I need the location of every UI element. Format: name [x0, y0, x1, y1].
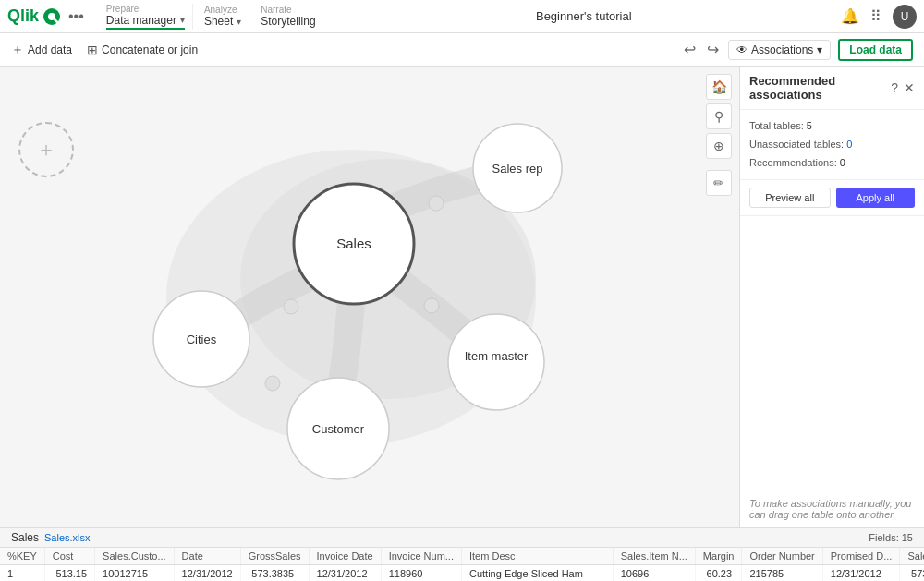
svg-text:Customer: Customer [312, 422, 365, 436]
table-cell: 1 [0, 565, 44, 582]
canvas-search-button[interactable]: ⚲ [706, 103, 732, 129]
plus-icon: ＋ [11, 42, 24, 58]
svg-point-7 [424, 298, 439, 313]
undo-button[interactable]: ↩ [682, 39, 698, 60]
prepare-sub: Data manager [106, 14, 176, 27]
table-body: 1-513.151001271512/31/2012-573.383512/31… [0, 565, 924, 582]
canvas-zoom-button[interactable]: ⊕ [706, 133, 732, 159]
table-cell: 12/31/2012 [309, 565, 381, 582]
qlik-logo-icon [43, 7, 61, 26]
file-name-label: Sales.xlsx [44, 532, 91, 543]
prepare-arrow: ▾ [180, 15, 185, 25]
narrate-value[interactable]: Storytelling [261, 15, 315, 28]
column-header: %KEY [0, 548, 44, 565]
column-header: GrossSales [240, 548, 309, 565]
panel-note: To make associations manually, you can d… [740, 490, 924, 527]
panel-icons: ? ✕ [891, 80, 915, 95]
analyze-section[interactable]: Analyze Sheet ▾ [197, 5, 249, 28]
svg-text:Sales rep: Sales rep [492, 162, 543, 176]
panel-header: Recommended associations ? ✕ [740, 67, 924, 110]
unassociated-value: 0 [846, 139, 852, 150]
topbar-menu-dots[interactable]: ••• [68, 8, 84, 25]
apply-all-button[interactable]: Apply all [836, 188, 916, 208]
table-cell: -573.38 [900, 565, 924, 582]
table-cell: Cutting Edge Sliced Ham [461, 565, 613, 582]
recommendations-label: Recommendations: [749, 157, 837, 168]
narrate-section[interactable]: Narrate Storytelling [253, 5, 322, 28]
narrate-sub: Storytelling [261, 15, 315, 28]
eye-icon: 👁 [736, 43, 748, 56]
panel-close-icon[interactable]: ✕ [904, 80, 915, 95]
column-header: Sales.Item N... [613, 548, 695, 565]
canvas-brush-button[interactable]: ✏ [706, 170, 732, 196]
grid-icon[interactable]: ⠿ [870, 7, 881, 25]
topbar: Qlik ••• Prepare Data manager ▾ Analyze … [0, 0, 924, 33]
table-cell: 10696 [613, 565, 695, 582]
analyze-label: Analyze [204, 5, 241, 15]
table-row: 1-513.151001271512/31/2012-573.383512/31… [0, 565, 924, 582]
table-cell: -60.23 [695, 565, 742, 582]
concatenate-join-button[interactable]: ⊞ Concatenate or join [87, 42, 198, 57]
table-cell: -513.15 [44, 565, 94, 582]
column-header: Item Desc [461, 548, 613, 565]
app-title: Beginner's tutorial [327, 9, 841, 23]
panel-help-icon[interactable]: ? [891, 80, 898, 95]
panel-title: Recommended associations [749, 74, 891, 102]
user-avatar[interactable]: U [893, 5, 917, 29]
join-icon: ⊞ [87, 42, 98, 57]
panel-stats: Total tables: 5 Unassociated tables: 0 R… [740, 110, 924, 180]
canvas-toolbar: 🏠 ⚲ ⊕ ✏ [706, 74, 732, 196]
column-header: Invoice Date [309, 548, 381, 565]
table-cell: 12/31/2012 [822, 565, 900, 582]
analyze-arrow: ▾ [237, 17, 241, 27]
column-header: Margin [695, 548, 742, 565]
notification-icon[interactable]: 🔔 [841, 7, 859, 25]
prepare-value[interactable]: Data manager ▾ [106, 14, 185, 27]
column-header: Order Number [742, 548, 822, 565]
add-data-button[interactable]: ＋ Add data [11, 42, 72, 58]
table-cell: 10012715 [95, 565, 174, 582]
add-table-button[interactable]: ＋ [18, 122, 74, 177]
column-header: Promised D... [822, 548, 900, 565]
table-header: %KEYCostSales.Custo...DateGrossSalesInvo… [0, 548, 924, 565]
column-header: Cost [44, 548, 94, 565]
redo-button[interactable]: ↪ [705, 39, 721, 60]
prepare-underline [106, 28, 185, 30]
column-header: Sales.Custo... [95, 548, 174, 565]
data-table: %KEYCostSales.Custo...DateGrossSalesInvo… [0, 548, 924, 581]
toolbar-right: ↩ ↪ 👁 Associations ▾ Load data [682, 39, 913, 61]
svg-point-8 [265, 376, 280, 391]
total-tables-label: Total tables: [749, 120, 804, 131]
recommendations-value: 0 [840, 157, 845, 168]
data-preview-bar: Sales Sales.xlsx Fields: 15 [0, 527, 924, 548]
header-row: %KEYCostSales.Custo...DateGrossSalesInvo… [0, 548, 924, 565]
column-header: Sales [900, 548, 924, 565]
table-name-label: Sales [11, 531, 39, 544]
table-cell: 118960 [381, 565, 461, 582]
table-cell: 12/31/2012 [174, 565, 240, 582]
canvas-area[interactable]: Sales Sales rep Cities Item master Custo… [0, 67, 739, 527]
svg-text:Item master: Item master [465, 349, 529, 363]
analyze-sub: Sheet [204, 15, 233, 28]
total-tables-value: 5 [807, 120, 812, 131]
analyze-value[interactable]: Sheet ▾ [204, 15, 241, 28]
qlik-logo: Qlik [7, 6, 61, 26]
fields-count-label: Fields: 15 [869, 532, 913, 543]
prepare-label: Prepare [106, 4, 185, 14]
column-header: Date [174, 548, 240, 565]
data-table-container[interactable]: %KEYCostSales.Custo...DateGrossSalesInvo… [0, 548, 924, 581]
add-table-icon: ＋ [36, 136, 56, 163]
load-data-button[interactable]: Load data [838, 39, 913, 61]
svg-point-5 [429, 196, 444, 211]
panel-actions: Preview all Apply all [740, 180, 924, 216]
preview-all-button[interactable]: Preview all [749, 188, 831, 208]
canvas-home-button[interactable]: 🏠 [706, 74, 732, 100]
prepare-section[interactable]: Prepare Data manager ▾ [99, 4, 193, 30]
sidebar-panel: Recommended associations ? ✕ Total table… [739, 67, 924, 527]
svg-point-6 [284, 299, 298, 314]
network-svg: Sales Sales rep Cities Item master Custo… [0, 67, 739, 527]
svg-text:Sales: Sales [336, 236, 371, 251]
topbar-right: 🔔 ⠿ U [841, 5, 917, 29]
table-cell: 215785 [742, 565, 822, 582]
associations-button[interactable]: 👁 Associations ▾ [728, 40, 831, 60]
